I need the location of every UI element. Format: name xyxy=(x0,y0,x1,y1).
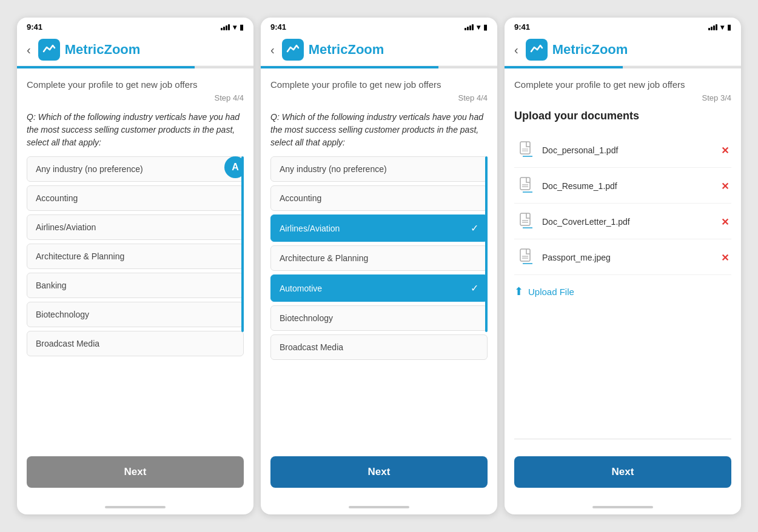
progress-fill-2 xyxy=(261,66,438,68)
profile-title-3: Complete your profile to get new job off… xyxy=(514,78,731,91)
home-bar-3 xyxy=(592,506,653,508)
scroll-bar-1 xyxy=(241,156,244,332)
industry-label: Automotive xyxy=(280,284,322,293)
back-button-2[interactable]: ‹ xyxy=(270,43,275,57)
doc-item-3: Doc_CoverLetter_1.pdf ✕ xyxy=(514,205,731,239)
industry-item-selected[interactable]: Airlines/Aviation ✓ xyxy=(270,214,488,242)
back-button-1[interactable]: ‹ xyxy=(27,43,31,57)
phone-screen-3: 9:41 ▾ ▮ ‹ MetricZoom xyxy=(505,18,741,514)
home-bar-2 xyxy=(349,506,409,508)
svg-rect-4 xyxy=(520,178,530,190)
industry-item[interactable]: Accounting xyxy=(270,185,488,211)
industry-item[interactable]: Any industry (no preference) xyxy=(270,156,488,182)
signal-icon-2 xyxy=(465,24,474,30)
industry-item-selected[interactable]: Automotive ✓ xyxy=(270,274,488,302)
svg-rect-0 xyxy=(520,142,530,154)
logo-1: MetricZoom xyxy=(38,39,141,61)
doc-item-2: Doc_Resume_1.pdf ✕ xyxy=(514,169,731,204)
industry-item[interactable]: Accounting xyxy=(27,185,244,211)
upload-icon: ⬆ xyxy=(514,285,523,298)
check-icon: ✓ xyxy=(471,222,478,234)
logo-text-3: MetricZoom xyxy=(552,42,628,58)
status-bar-3: 9:41 ▾ ▮ xyxy=(505,18,741,34)
remove-btn-2[interactable]: ✕ xyxy=(721,181,729,192)
battery-icon-3: ▮ xyxy=(727,23,731,32)
industry-item[interactable]: Architecture & Planning xyxy=(270,245,488,271)
doc-icon-2 xyxy=(517,176,536,196)
doc-item-1: Doc_personal_1.pdf ✕ xyxy=(514,133,731,168)
doc-name-2: Doc_Resume_1.pdf xyxy=(542,181,721,191)
industry-label: Accounting xyxy=(280,193,321,203)
status-bar-1: 9:41 ▾ ▮ xyxy=(17,18,253,34)
time-1: 9:41 xyxy=(27,22,42,32)
screen-content-3: Complete your profile to get new job off… xyxy=(505,68,741,502)
industry-item[interactable]: Banking xyxy=(27,273,244,298)
next-button-3[interactable]: Next xyxy=(514,456,731,488)
industry-list-1: Any industry (no preference) Accounting … xyxy=(27,156,244,449)
upload-link[interactable]: ⬆ Upload File xyxy=(514,285,731,298)
doc-item-4: Passport_me.jpeg ✕ xyxy=(514,241,731,275)
industry-label: Broadcast Media xyxy=(280,342,343,352)
home-bar-1 xyxy=(105,506,166,508)
list-wrapper-1: A Any industry (no preference) Accountin… xyxy=(27,156,244,449)
back-button-3[interactable]: ‹ xyxy=(514,43,518,57)
doc-icon-3 xyxy=(517,212,536,231)
screen-content-1: Complete your profile to get new job off… xyxy=(17,68,253,502)
doc-name-1: Doc_personal_1.pdf xyxy=(542,145,721,155)
progress-bar-3 xyxy=(505,66,741,68)
industry-label: Architecture & Planning xyxy=(280,253,368,263)
profile-title-1: Complete your profile to get new job off… xyxy=(27,78,244,91)
industry-list-2: Any industry (no preference) Accounting … xyxy=(270,156,488,449)
logo-icon-3 xyxy=(526,39,548,61)
question-2: Q: Which of the following industry verti… xyxy=(270,111,488,149)
progress-bar-1 xyxy=(17,66,253,68)
divider-line xyxy=(514,439,731,439)
industry-item[interactable]: Biotechnology xyxy=(270,305,488,331)
screens-container: 9:41 ▾ ▮ ‹ MetricZoom xyxy=(17,18,741,514)
progress-bar-2 xyxy=(261,66,497,68)
industry-item[interactable]: Broadcast Media xyxy=(270,334,488,360)
app-header-2: ‹ MetricZoom xyxy=(261,34,497,66)
svg-rect-8 xyxy=(520,213,530,225)
industry-item[interactable]: Any industry (no preference) xyxy=(27,156,244,182)
list-wrapper-2: Any industry (no preference) Accounting … xyxy=(270,156,488,449)
step-label-1: Step 4/4 xyxy=(27,93,244,102)
check-icon: ✓ xyxy=(471,282,478,294)
status-icons-3: ▾ ▮ xyxy=(708,23,731,32)
remove-btn-1[interactable]: ✕ xyxy=(721,145,729,156)
app-header-1: ‹ MetricZoom xyxy=(17,34,253,66)
step-label-3: Step 3/4 xyxy=(514,93,731,102)
industry-label: Broadcast Media xyxy=(36,339,99,348)
industry-label: Airlines/Aviation xyxy=(36,222,96,232)
home-indicator-1 xyxy=(17,502,253,514)
time-3: 9:41 xyxy=(514,22,530,32)
industry-label: Any industry (no preference) xyxy=(280,164,387,174)
next-button-1[interactable]: Next xyxy=(27,456,244,488)
time-2: 9:41 xyxy=(270,22,286,32)
doc-name-4: Passport_me.jpeg xyxy=(542,253,721,262)
logo-icon-2 xyxy=(282,39,304,61)
industry-label: Biotechnology xyxy=(36,310,89,319)
industry-item[interactable]: Airlines/Aviation xyxy=(27,214,244,240)
status-icons-2: ▾ ▮ xyxy=(465,23,488,32)
industry-item[interactable]: Biotechnology xyxy=(27,302,244,327)
upload-link-label: Upload File xyxy=(528,287,574,297)
remove-btn-3[interactable]: ✕ xyxy=(721,216,729,228)
doc-icon-1 xyxy=(517,141,536,160)
remove-btn-4[interactable]: ✕ xyxy=(721,252,729,264)
industry-item[interactable]: Architecture & Planning xyxy=(27,244,244,269)
doc-icon-4 xyxy=(517,248,536,267)
industry-item[interactable]: Broadcast Media xyxy=(27,331,244,356)
wifi-icon: ▾ xyxy=(233,23,236,32)
doc-list: Doc_personal_1.pdf ✕ Doc_Resume_1.pdf ✕ xyxy=(514,133,731,275)
wifi-icon-2: ▾ xyxy=(477,23,480,32)
question-1: Q: Which of the following industry verti… xyxy=(27,111,244,149)
home-indicator-3 xyxy=(505,502,741,514)
progress-fill-3 xyxy=(505,66,623,68)
upload-title: Upload your documents xyxy=(514,110,731,122)
app-header-3: ‹ MetricZoom xyxy=(505,34,741,66)
home-indicator-2 xyxy=(261,502,497,514)
next-button-2[interactable]: Next xyxy=(270,456,488,488)
logo-svg-3 xyxy=(530,43,543,56)
status-bar-2: 9:41 ▾ ▮ xyxy=(261,18,497,34)
